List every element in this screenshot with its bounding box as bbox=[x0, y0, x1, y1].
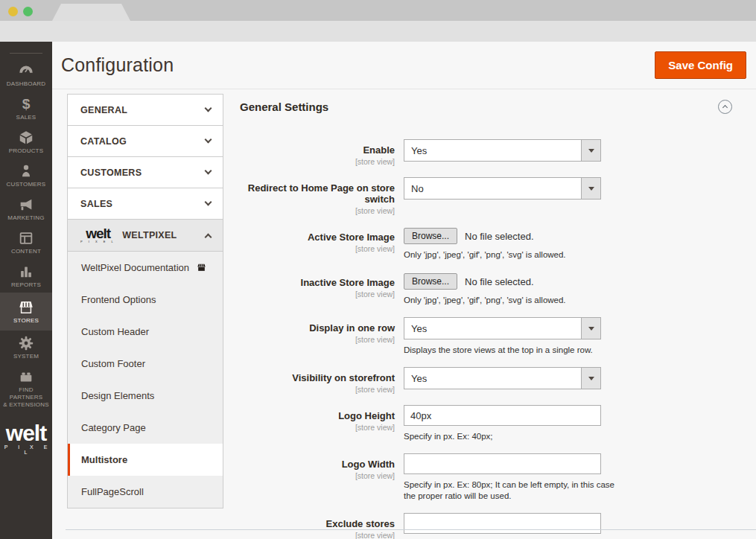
collapse-section-button[interactable] bbox=[718, 100, 732, 114]
content-bottom-divider bbox=[66, 529, 756, 530]
scope-label: [store view] bbox=[240, 206, 395, 215]
gauge-icon bbox=[18, 63, 34, 79]
sidebar-item-dashboard[interactable]: DASHBOARD bbox=[0, 58, 52, 92]
sidebar-item-sales[interactable]: $ SALES bbox=[0, 92, 52, 125]
nav-section-general[interactable]: GENERAL bbox=[68, 95, 223, 126]
nav-item-custom-header[interactable]: Custom Header bbox=[68, 316, 223, 348]
field-label: Inactive Store Image bbox=[240, 277, 395, 288]
dropdown-arrow-icon bbox=[581, 178, 600, 199]
dropdown-arrow-icon bbox=[581, 318, 600, 339]
person-icon bbox=[18, 163, 34, 179]
sidebar-item-label: CUSTOMERS bbox=[1, 181, 51, 188]
chevron-up-icon bbox=[205, 233, 212, 240]
sidebar-item-label: FIND PARTNERS & EXTENSIONS bbox=[1, 386, 51, 409]
field-label: Logo Height bbox=[240, 410, 395, 421]
svg-text:$: $ bbox=[22, 96, 31, 112]
sidebar-item-system[interactable]: SYSTEM bbox=[0, 331, 52, 364]
minimize-window-button[interactable] bbox=[8, 7, 18, 16]
scope-label: [store view] bbox=[240, 531, 395, 539]
nav-section-catalog[interactable]: CATALOG bbox=[68, 126, 223, 157]
box-icon bbox=[18, 130, 34, 146]
display-one-row-select[interactable]: Yes bbox=[404, 317, 601, 339]
nav-section-sales[interactable]: SALES bbox=[68, 188, 223, 220]
scope-label: [store view] bbox=[240, 471, 395, 480]
config-nav: GENERAL CATALOG CUSTOMERS SALES welt P I… bbox=[67, 94, 223, 508]
admin-sidebar: DASHBOARD $ SALES PRODUCTS CUSTOMERS MAR… bbox=[0, 42, 52, 539]
enable-select[interactable]: Yes bbox=[404, 139, 601, 162]
exclude-stores-input[interactable] bbox=[404, 513, 601, 534]
maximize-window-button[interactable] bbox=[23, 7, 33, 16]
field-label: Display in one row bbox=[240, 322, 395, 334]
weltpixel-submenu: WeltPixel Documentation Frontend Options… bbox=[68, 252, 223, 508]
megaphone-icon bbox=[18, 197, 34, 213]
nav-section-weltpixel[interactable]: welt P I X E L WELTPIXEL bbox=[68, 220, 223, 252]
browser-tab[interactable] bbox=[52, 4, 130, 21]
sidebar-item-marketing[interactable]: MARKETING bbox=[0, 192, 52, 226]
sidebar-item-label: CONTENT bbox=[1, 248, 51, 255]
dollar-icon: $ bbox=[18, 96, 34, 112]
field-label: Redirect to Home Page on store switch bbox=[240, 182, 395, 205]
nav-item-category-page[interactable]: Category Page bbox=[68, 412, 223, 444]
field-note: Only 'jpg', 'jpeg', 'gif', 'png', 'svg' … bbox=[404, 249, 621, 261]
sidebar-item-find-partners[interactable]: FIND PARTNERS & EXTENSIONS bbox=[0, 364, 52, 412]
redirect-home-select[interactable]: No bbox=[404, 177, 601, 200]
field-note: Specify in px. Ex: 80px; It can be left … bbox=[404, 479, 621, 502]
field-label: Exclude stores bbox=[240, 518, 395, 529]
field-label: Logo Width bbox=[240, 459, 395, 470]
sidebar-item-content[interactable]: CONTENT bbox=[0, 226, 52, 259]
field-label: Visibility on storefront bbox=[240, 372, 395, 383]
chevron-up-icon bbox=[722, 105, 728, 110]
field-row-visibility-storefront: Visibility on storefront [store view] Ye… bbox=[240, 367, 749, 394]
sidebar-item-label: REPORTS bbox=[1, 281, 51, 289]
field-row-logo-height: Logo Height [store view] Specify in px. … bbox=[240, 405, 749, 442]
browse-button[interactable]: Browse... bbox=[404, 228, 457, 244]
nav-item-custom-footer[interactable]: Custom Footer bbox=[68, 348, 223, 380]
scope-label: [store view] bbox=[240, 157, 395, 166]
logo-height-input[interactable] bbox=[404, 405, 601, 426]
field-row-active-store-image: Active Store Image [store view] Browse..… bbox=[240, 226, 749, 261]
nav-item-frontend-options[interactable]: Frontend Options bbox=[68, 284, 223, 316]
nav-section-customers[interactable]: CUSTOMERS bbox=[68, 157, 223, 188]
main-area: Configuration Save Config GENERAL CATALO… bbox=[52, 42, 756, 539]
storefront-icon bbox=[18, 299, 34, 316]
weltpixel-logo-small: welt P I X E L bbox=[80, 227, 115, 243]
field-note: Specify in px. Ex: 40px; bbox=[404, 431, 621, 442]
sidebar-item-products[interactable]: PRODUCTS bbox=[0, 125, 52, 159]
dropdown-arrow-icon bbox=[581, 368, 600, 389]
sidebar-item-label: STORES bbox=[1, 317, 51, 325]
nav-item-design-elements[interactable]: Design Elements bbox=[68, 380, 223, 412]
browser-toolbar bbox=[0, 21, 756, 42]
dropdown-arrow-icon bbox=[581, 140, 600, 161]
sidebar-item-stores[interactable]: STORES bbox=[0, 293, 52, 331]
sidebar-item-label: SYSTEM bbox=[1, 353, 51, 360]
sidebar-item-customers[interactable]: CUSTOMERS bbox=[0, 159, 52, 192]
layout-icon bbox=[18, 230, 34, 246]
sidebar-item-reports[interactable]: REPORTS bbox=[0, 259, 52, 293]
nav-item-weltpixel-documentation[interactable]: WeltPixel Documentation bbox=[68, 252, 223, 284]
general-settings-section: General Settings Enable [store view] Yes… bbox=[240, 100, 749, 539]
browser-title-bar bbox=[0, 0, 756, 21]
scope-label: [store view] bbox=[240, 335, 395, 344]
gear-icon bbox=[18, 335, 34, 351]
field-label: Active Store Image bbox=[240, 232, 395, 243]
page-title: Configuration bbox=[61, 54, 174, 76]
browse-button[interactable]: Browse... bbox=[404, 273, 457, 290]
file-status-text: No file selected. bbox=[465, 231, 534, 242]
brick-icon bbox=[18, 369, 34, 385]
field-row-enable: Enable [store view] Yes bbox=[240, 139, 749, 166]
visibility-storefront-select[interactable]: Yes bbox=[404, 367, 601, 389]
save-config-button[interactable]: Save Config bbox=[655, 51, 746, 79]
nav-item-multistore[interactable]: Multistore bbox=[68, 444, 223, 476]
chevron-down-icon bbox=[205, 199, 212, 206]
section-title: General Settings bbox=[240, 101, 328, 113]
nav-item-fullpagescroll[interactable]: FullPageScroll bbox=[68, 476, 223, 508]
chevron-down-icon bbox=[205, 105, 212, 112]
scope-label: [store view] bbox=[240, 290, 395, 299]
field-row-inactive-store-image: Inactive Store Image [store view] Browse… bbox=[240, 272, 749, 306]
sidebar-divider bbox=[10, 53, 42, 54]
file-status-text: No file selected. bbox=[465, 276, 534, 287]
field-row-display-one-row: Display in one row [store view] Yes Disp… bbox=[240, 317, 749, 356]
logo-width-input[interactable] bbox=[404, 453, 601, 474]
field-row-logo-width: Logo Width [store view] Specify in px. E… bbox=[240, 453, 749, 502]
sidebar-item-label: DASHBOARD bbox=[1, 80, 51, 88]
